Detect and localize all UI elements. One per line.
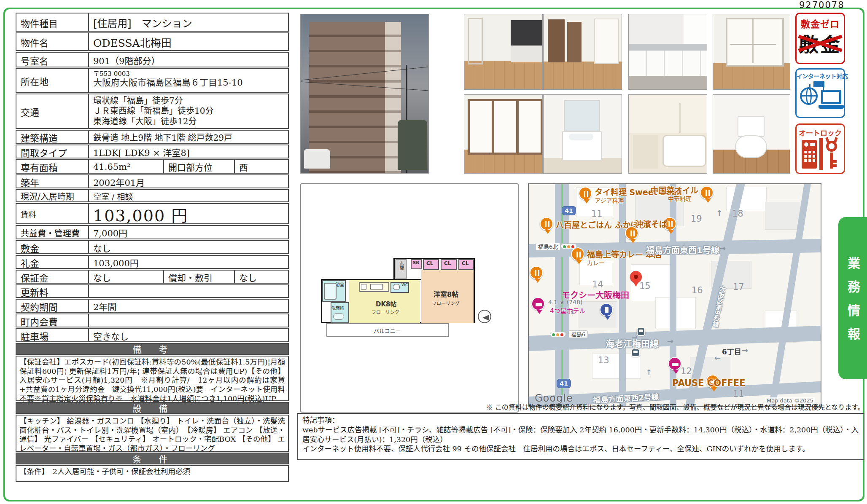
balcony-label: バルコニー	[374, 327, 401, 335]
restaurant-pin	[530, 266, 543, 279]
row-value: 2年間	[89, 300, 288, 312]
badge-internet-title: インターネット対応	[797, 72, 844, 80]
photo-livingroom-kitchen	[464, 14, 543, 90]
photo-washbasin	[543, 94, 622, 174]
sb-label: SB	[413, 260, 419, 265]
poi-curry-sub: カレー	[587, 258, 605, 267]
table-row: 町内会費	[16, 314, 289, 327]
table-row: 所在地 〒553-0003大阪府大阪市福島区福島６丁目15-10	[16, 68, 289, 93]
oneway-arrow-icon: ↑	[716, 209, 722, 217]
business-info-label: 業務情報	[843, 246, 862, 351]
wc-label: WC	[401, 283, 408, 287]
address-text: 大阪府大阪市福島区福島６丁目15-10	[93, 78, 285, 88]
row-value: 901（9階部分）	[89, 53, 288, 67]
row-label: 号室名	[16, 53, 89, 67]
table-row: 専有面積 41.65m² 開口部方位 西	[16, 159, 289, 174]
table-row: 建築構造鉄骨造 地上9階 地下1階 総戸数29戸	[16, 130, 289, 144]
table-row: 保証金 なし 償却・敷引 なし	[16, 270, 289, 284]
block-number: 18	[732, 209, 743, 219]
hotel-sub-label: 4つ星ホテル	[550, 306, 586, 315]
row-value: 空きなし	[89, 329, 288, 341]
ev-station-pin	[600, 303, 613, 316]
block-number: 16	[692, 285, 703, 295]
row-label: 更新料	[16, 285, 89, 297]
badge-autolock: オートロック	[795, 123, 845, 174]
intersection-label: 福島6	[568, 330, 588, 338]
traffic-light-icon	[550, 332, 566, 337]
row-value: 7,000円	[89, 226, 288, 239]
block-number: 11	[733, 389, 744, 399]
cl-label: CL	[444, 260, 451, 266]
oneway-arrow-icon: →	[667, 337, 673, 346]
conditions-header: 条 件	[16, 453, 289, 464]
cafe-label: PAUSE COFFEE	[672, 378, 746, 388]
row-value	[89, 285, 288, 297]
conditions-text: 【条件】 2人入居可能・子供可・保証会社利用必須	[16, 465, 289, 482]
block-number: 17	[733, 282, 744, 292]
row-value: 41.65m²	[89, 160, 164, 173]
photo-bathroom	[628, 94, 707, 174]
badge-no-deposit-title: 敷金ゼロ	[797, 16, 844, 30]
row-label: 保証金	[16, 271, 89, 283]
remarks-text: 【保証会社】エポスカード(初回保証料:賃料等の50%(最低保証料1.5万円)¦月…	[16, 356, 289, 401]
oneway-arrow-icon: ←	[714, 354, 721, 362]
poi-soba-label: 沖濱そば	[635, 218, 667, 229]
postal-code: 〒553-0003	[93, 70, 285, 78]
bath-label: 浴室	[336, 281, 344, 287]
block-number: 11	[591, 209, 603, 219]
row-value: 環状線「福島」徒歩7分ＪＲ東西線「新福島」徒歩10分東海道線「大阪」徒歩12分	[89, 94, 288, 128]
hotel-pin	[668, 357, 681, 370]
remarks-header: 備 考	[16, 343, 289, 355]
row-value: なし	[235, 271, 288, 283]
oneway-arrow-icon: →	[742, 346, 748, 355]
row-value: 西	[235, 160, 288, 173]
bus-stop-icon	[631, 349, 640, 357]
hotel-rating: 4.1 ★ (748)	[548, 299, 582, 306]
row-label: 町内会費	[16, 314, 89, 327]
row-label: 築年	[16, 175, 89, 188]
row-label: 物件種目	[16, 13, 89, 31]
row-value: 1LDK[ LDK9 × 洋室8]	[89, 145, 288, 158]
table-row: 築年2002年01月	[16, 174, 289, 188]
cl-label: CL	[462, 260, 469, 266]
row-label: 賃料	[16, 204, 89, 223]
row-label: 敷金	[16, 241, 89, 253]
row-value: なし	[89, 271, 164, 283]
row-label: 物件名	[16, 33, 89, 50]
row-label: 契約期間	[16, 300, 89, 312]
poi-chinese-label: 中国菜オイル	[650, 184, 698, 196]
oneway-arrow-icon: →	[631, 332, 638, 341]
row-value: 鉄骨造 地上9階 地下1階 総戸数29戸	[89, 131, 288, 143]
block-number: 13	[598, 355, 609, 365]
restaurant-pin	[540, 217, 553, 231]
western-room-label: 洋室8帖	[434, 289, 458, 299]
table-row: 号室名901（9階部分）	[16, 52, 289, 67]
table-row: 物件名ODESSA北梅田	[16, 32, 289, 51]
photo-kitchen	[628, 14, 707, 90]
transport-line: ＪＲ東西線「新福島」徒歩10分	[93, 106, 285, 116]
restaurant-pin	[625, 226, 638, 240]
table-row: 共益費・管理費7,000円	[16, 225, 289, 239]
traffic-light-icon	[561, 244, 577, 249]
table-row: 現況/入居時期空室 / 相談	[16, 189, 289, 202]
restaurant-pin	[579, 187, 592, 200]
table-row: 間取タイプ1LDK[ LDK9 × 洋室8]	[16, 145, 289, 158]
table-row: 駐車場空きなし	[16, 328, 289, 342]
western-flooring-label: フローリング	[432, 300, 460, 306]
dk-flooring-label: フローリング	[372, 308, 399, 315]
photo-closet	[464, 94, 543, 174]
business-info-tab: 業務情報	[838, 217, 867, 379]
hotel-pin	[531, 297, 545, 311]
restaurant-pin	[571, 247, 584, 261]
badge-autolock-title: オートロック	[797, 127, 844, 138]
badge-no-deposit: 敷金ゼロ 敷金	[795, 13, 845, 64]
special-notes-box: 特記事項： webサービス広告掲載 [不可]・チラシ、雑誌等掲載広告 [不可]・…	[297, 413, 864, 460]
row-label: 間取タイプ	[16, 145, 89, 158]
oneway-arrow-icon: ↓	[569, 307, 576, 316]
row-label: 交通	[16, 94, 89, 128]
route-shield: 41	[557, 379, 571, 388]
row-label: 現況/入居時期	[16, 190, 89, 201]
dk-label: DK8帖	[376, 299, 397, 308]
equipment-header: 設 備	[16, 402, 289, 414]
poi-chinese-sub: 中華料理	[668, 194, 692, 203]
